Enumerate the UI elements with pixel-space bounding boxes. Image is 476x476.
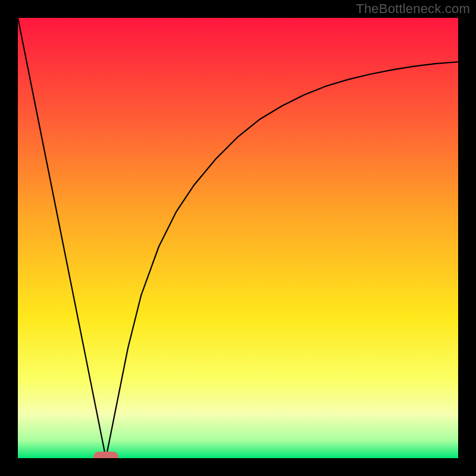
chart-frame: TheBottleneck.com <box>0 0 476 476</box>
optimal-marker <box>93 452 118 458</box>
bottleneck-chart <box>18 18 458 458</box>
plot-area <box>18 18 458 458</box>
watermark-text: TheBottleneck.com <box>356 1 470 17</box>
gradient-background <box>18 18 458 458</box>
